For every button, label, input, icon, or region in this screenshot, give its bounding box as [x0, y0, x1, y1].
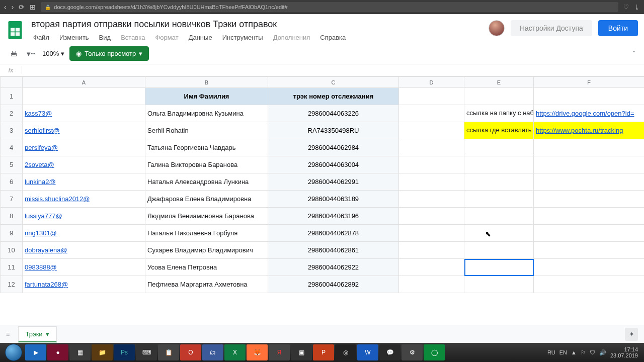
col-header-C[interactable]: C — [268, 77, 399, 88]
url-bar[interactable]: 🔒 docs.google.com/spreadsheets/d/1h3Ye8j… — [41, 2, 618, 12]
cell[interactable]: 29860044062991 — [268, 173, 399, 191]
tray-lang[interactable]: RU — [547, 349, 555, 355]
cell[interactable]: dobrayalena@ — [23, 242, 145, 259]
cell[interactable]: Пефтиева Маргарита Ахметовна — [145, 276, 268, 293]
cell[interactable] — [534, 259, 645, 276]
col-header-B[interactable]: B — [145, 77, 268, 88]
taskbar-app[interactable]: ⚙ — [401, 344, 423, 360]
cell[interactable]: fartunata268@ — [23, 276, 145, 293]
cell[interactable] — [464, 191, 534, 208]
cell[interactable]: 29860044062892 — [268, 276, 399, 293]
cell[interactable]: https://www.pochta.ru/tracking — [534, 122, 645, 139]
cell[interactable] — [399, 242, 464, 259]
menu-tools[interactable]: Инструменты — [218, 32, 267, 43]
cell[interactable]: ссылка где вставлять трек код — [464, 122, 534, 139]
login-button[interactable]: Войти — [598, 20, 638, 36]
row-header[interactable]: 3 — [1, 122, 23, 139]
cell[interactable]: persifeya@ — [23, 139, 145, 156]
cell[interactable] — [534, 139, 645, 156]
row-header[interactable]: 9 — [1, 225, 23, 242]
cell[interactable]: 2soveta@ — [23, 156, 145, 173]
menu-addons[interactable]: Дополнения — [269, 32, 314, 43]
cell[interactable]: 29860044063189 — [268, 191, 399, 208]
cell[interactable]: missis.shuclina2012@ — [23, 191, 145, 208]
cell[interactable]: Serhii Rohatin — [145, 122, 268, 139]
cell[interactable]: RA743350498RU — [268, 122, 399, 139]
cell[interactable]: 29860044063004 — [268, 156, 399, 173]
cell[interactable] — [534, 225, 645, 242]
cell[interactable] — [464, 156, 534, 173]
select-all-corner[interactable] — [1, 77, 23, 88]
tray-icon[interactable]: 🔊 — [599, 349, 606, 356]
taskbar-app[interactable]: ⌨ — [136, 344, 157, 360]
email-link[interactable]: persifeya@ — [25, 144, 58, 151]
cell[interactable] — [399, 276, 464, 293]
filter-icon[interactable]: ▾┅ — [25, 47, 37, 60]
cell[interactable]: ссылка на папку с набором — [464, 105, 534, 122]
cell[interactable]: Джафарова Елена Владимировна — [145, 191, 268, 208]
cell[interactable]: Людмила Вениаминовна Баранова — [145, 208, 268, 225]
email-link[interactable]: fartunata268@ — [25, 281, 68, 288]
system-tray[interactable]: RU EN ▲ ⚐ 🛡 🔊 17:14 23.07.2019 — [547, 346, 641, 358]
cell[interactable] — [534, 276, 645, 293]
col-header-A[interactable]: A — [23, 77, 145, 88]
row-header[interactable]: 12 — [1, 276, 23, 293]
taskbar-app[interactable]: ● — [47, 344, 68, 360]
row-header[interactable]: 8 — [1, 208, 23, 225]
email-link[interactable]: missis.shuclina2012@ — [25, 195, 90, 203]
cell[interactable]: 29860044062922 — [268, 259, 399, 276]
taskbar-app[interactable]: W — [357, 344, 378, 360]
avatar[interactable] — [489, 20, 505, 36]
row-header[interactable]: 4 — [1, 139, 23, 156]
cell[interactable]: lunkina2@ — [23, 173, 145, 191]
cell[interactable]: lussiya777@ — [23, 208, 145, 225]
cell[interactable]: 29860044062878 — [268, 225, 399, 242]
cell[interactable]: Галина Викторовна Баранова — [145, 156, 268, 173]
cell[interactable] — [534, 88, 645, 105]
taskbar-app[interactable]: 🦊 — [247, 344, 268, 360]
row-header[interactable]: 2 — [1, 105, 23, 122]
cell[interactable]: Наталья Николаевна Горбуля — [145, 225, 268, 242]
cell[interactable] — [534, 208, 645, 225]
cell[interactable]: https://drive.google.com/open?id= — [534, 105, 645, 122]
cell[interactable]: kass73@ — [23, 105, 145, 122]
cell[interactable]: Имя Фамилия — [145, 88, 268, 105]
menu-insert[interactable]: Вставка — [117, 32, 149, 43]
cell[interactable]: 29860044063196 — [268, 208, 399, 225]
cell[interactable] — [464, 173, 534, 191]
start-button[interactable] — [3, 344, 24, 360]
taskbar-app[interactable]: ◎ — [335, 344, 356, 360]
email-link[interactable]: 2soveta@ — [25, 161, 54, 168]
email-link[interactable]: dobrayalena@ — [25, 246, 67, 254]
email-link[interactable]: serhiofirst@ — [25, 127, 60, 134]
row-header[interactable]: 7 — [1, 191, 23, 208]
menu-help[interactable]: Справка — [316, 32, 350, 43]
cell[interactable] — [399, 208, 464, 225]
cell[interactable]: трэк номер отслежиания — [268, 88, 399, 105]
collapse-toolbar-icon[interactable]: ˄ — [632, 50, 636, 57]
all-sheets-icon[interactable]: ≡ — [6, 330, 10, 338]
taskbar-app[interactable]: Ps — [114, 344, 135, 360]
taskbar-app[interactable]: ▣ — [291, 344, 312, 360]
taskbar-app[interactable]: 💬 — [379, 344, 400, 360]
print-icon[interactable]: 🖶 — [8, 47, 20, 60]
share-button[interactable]: Настройки Доступа — [511, 20, 592, 36]
menu-view[interactable]: Вид — [95, 32, 115, 43]
formula-input[interactable] — [22, 66, 644, 74]
cell[interactable] — [464, 259, 534, 276]
email-link[interactable]: nng1301@ — [25, 229, 57, 237]
tray-lang[interactable]: EN — [559, 349, 567, 355]
cell[interactable] — [534, 173, 645, 191]
cell[interactable] — [464, 225, 534, 242]
email-link[interactable]: 0983888@ — [25, 263, 57, 271]
explore-button[interactable]: ✦ — [625, 328, 638, 341]
menu-data[interactable]: Данные — [185, 32, 216, 43]
back-icon[interactable]: ‹ — [4, 3, 7, 11]
cell[interactable]: 29860044062861 — [268, 242, 399, 259]
cell[interactable] — [464, 276, 534, 293]
cell[interactable] — [399, 105, 464, 122]
cell[interactable] — [399, 139, 464, 156]
tracking-link[interactable]: https://www.pochta.ru/tracking — [536, 127, 623, 134]
cell[interactable]: nng1301@ — [23, 225, 145, 242]
sheets-logo-icon[interactable] — [6, 19, 24, 41]
